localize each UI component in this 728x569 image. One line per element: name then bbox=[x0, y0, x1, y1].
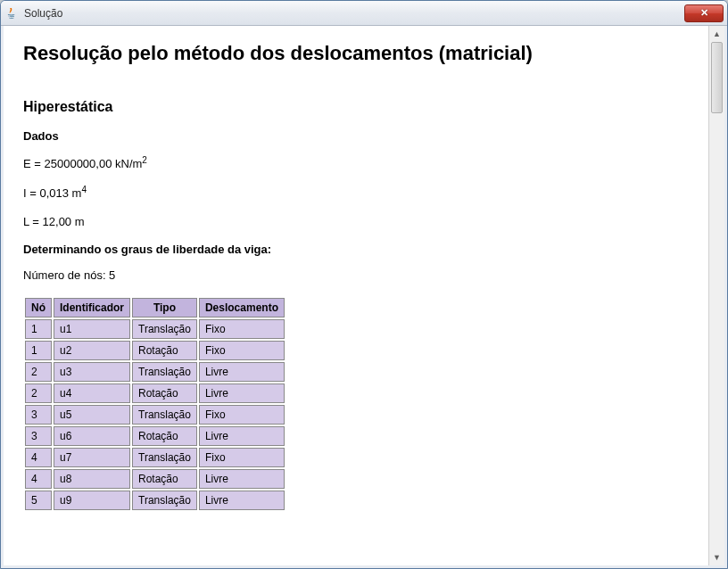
col-id: Identificador bbox=[54, 298, 130, 317]
document-content: Resolução pelo método dos deslocamentos … bbox=[4, 26, 708, 565]
cell-id: u9 bbox=[54, 491, 130, 510]
cell-desl: Livre bbox=[199, 362, 285, 382]
cell-id: u1 bbox=[54, 319, 130, 339]
nodes-count: Número de nós: 5 bbox=[23, 268, 689, 282]
cell-no: 2 bbox=[25, 362, 52, 382]
cell-tipo: Translação bbox=[132, 362, 197, 382]
cell-tipo: Rotação bbox=[132, 341, 197, 360]
table-row: 1u2RotaçãoFixo bbox=[25, 341, 285, 360]
cell-desl: Fixo bbox=[199, 341, 285, 360]
cell-tipo: Rotação bbox=[132, 383, 197, 403]
table-row: 2u3TranslaçãoLivre bbox=[25, 362, 285, 382]
dados-label: Dados bbox=[23, 129, 689, 143]
cell-id: u2 bbox=[54, 341, 130, 360]
cell-no: 5 bbox=[25, 491, 52, 510]
close-button[interactable]: ✕ bbox=[684, 4, 724, 22]
cell-desl: Fixo bbox=[199, 319, 285, 339]
cell-id: u5 bbox=[54, 405, 130, 425]
dof-label: Determinando os graus de liberdade da vi… bbox=[23, 243, 689, 256]
table-row: 4u8RotaçãoLivre bbox=[25, 469, 285, 489]
cell-desl: Livre bbox=[199, 383, 285, 403]
titlebar[interactable]: Solução ✕ bbox=[1, 1, 727, 26]
table-row: 3u5TranslaçãoFixo bbox=[25, 405, 285, 425]
close-icon: ✕ bbox=[700, 7, 708, 19]
cell-desl: Livre bbox=[199, 469, 285, 489]
table-header-row: Nó Identificador Tipo Deslocamento bbox=[25, 298, 285, 317]
table-row: 2u4RotaçãoLivre bbox=[25, 383, 285, 403]
content-frame: Resolução pelo método dos deslocamentos … bbox=[1, 26, 727, 568]
cell-id: u7 bbox=[54, 448, 130, 467]
window-title: Solução bbox=[24, 7, 684, 20]
cell-id: u6 bbox=[54, 426, 130, 446]
cell-tipo: Rotação bbox=[132, 469, 197, 489]
cell-no: 3 bbox=[25, 426, 52, 446]
table-row: 4u7TranslaçãoFixo bbox=[25, 448, 285, 467]
cell-tipo: Translação bbox=[132, 491, 197, 510]
cell-no: 1 bbox=[25, 319, 52, 339]
cell-id: u3 bbox=[54, 362, 130, 382]
cell-desl: Fixo bbox=[199, 405, 285, 425]
cell-desl: Livre bbox=[199, 491, 285, 510]
table-row: 3u6RotaçãoLivre bbox=[25, 426, 285, 446]
cell-desl: Fixo bbox=[199, 448, 285, 467]
I-value: I = 0,013 m4 bbox=[23, 185, 689, 200]
cell-no: 3 bbox=[25, 405, 52, 425]
cell-tipo: Translação bbox=[132, 405, 197, 425]
col-tipo: Tipo bbox=[132, 298, 197, 317]
scroll-thumb[interactable] bbox=[711, 42, 723, 113]
cell-id: u4 bbox=[54, 383, 130, 403]
cell-tipo: Rotação bbox=[132, 426, 197, 446]
cell-no: 1 bbox=[25, 341, 52, 360]
col-desl: Deslocamento bbox=[199, 298, 285, 317]
cell-no: 4 bbox=[25, 469, 52, 489]
app-window: Solução ✕ Resolução pelo método dos desl… bbox=[0, 0, 728, 569]
cell-no: 4 bbox=[25, 448, 52, 467]
dof-table: Nó Identificador Tipo Deslocamento 1u1Tr… bbox=[23, 296, 286, 512]
cell-no: 2 bbox=[25, 383, 52, 403]
java-icon bbox=[4, 6, 19, 21]
page-title: Resolução pelo método dos deslocamentos … bbox=[23, 42, 689, 65]
E-value: E = 25000000,00 kN/m2 bbox=[23, 155, 689, 170]
cell-tipo: Translação bbox=[132, 448, 197, 467]
subheading: Hiperestática bbox=[23, 99, 689, 115]
cell-desl: Livre bbox=[199, 426, 285, 446]
cell-tipo: Translação bbox=[132, 319, 197, 339]
cell-id: u8 bbox=[54, 469, 130, 489]
col-no: Nó bbox=[25, 298, 52, 317]
scroll-down-arrow[interactable]: ▼ bbox=[709, 549, 724, 565]
table-row: 1u1TranslaçãoFixo bbox=[25, 319, 285, 339]
table-row: 5u9TranslaçãoLivre bbox=[25, 491, 285, 510]
scroll-up-arrow[interactable]: ▲ bbox=[709, 26, 724, 42]
vertical-scrollbar[interactable]: ▲ ▼ bbox=[708, 26, 724, 565]
L-value: L = 12,00 m bbox=[23, 215, 689, 228]
